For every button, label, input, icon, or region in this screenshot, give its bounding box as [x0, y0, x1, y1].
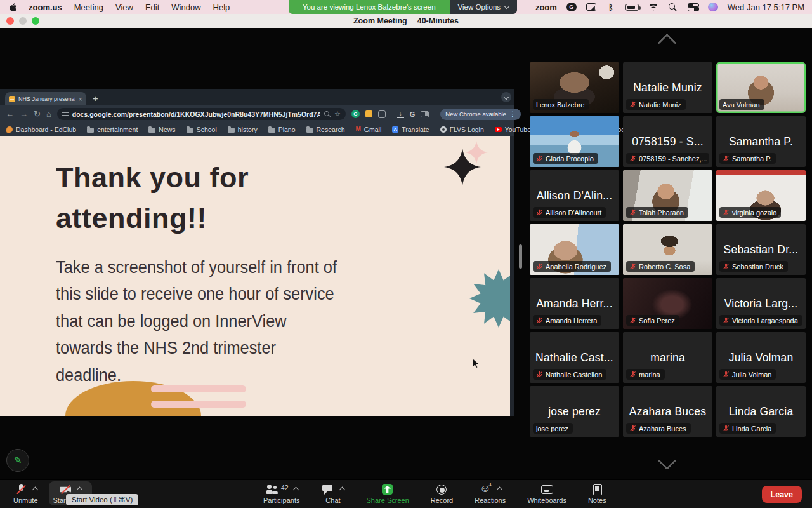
participant-tile[interactable]: Victoria Larg... Victoria Largaespada [716, 278, 806, 329]
bookmark-item[interactable]: YouTube [495, 126, 531, 133]
grammarly-extension-icon[interactable] [351, 110, 360, 118]
participant-name-badge: 0758159 - Sanchez,... [626, 153, 709, 164]
participant-tile[interactable]: Ava Volman [716, 62, 806, 113]
spotlight-search-icon[interactable] [668, 3, 678, 11]
site-settings-icon[interactable] [62, 112, 69, 117]
menu-item[interactable]: Edit [145, 3, 159, 12]
battery-icon[interactable] [625, 4, 639, 11]
tab-search-chevron-icon[interactable] [501, 92, 511, 102]
menu-caret-icon[interactable] [77, 487, 83, 493]
bluetooth-icon[interactable] [606, 1, 616, 13]
bookmark-item[interactable]: School [187, 126, 217, 133]
menu-caret-icon[interactable] [292, 487, 299, 493]
bookmark-item[interactable]: history [228, 126, 258, 133]
participant-tile[interactable]: Natalie Muniz Natalie Muniz [623, 62, 712, 113]
side-panel-icon[interactable] [421, 111, 429, 117]
close-tab-icon[interactable] [79, 96, 82, 102]
g-circle-icon[interactable] [566, 3, 577, 11]
fullscreen-window-button[interactable] [32, 17, 39, 25]
participant-tile[interactable]: Lenox Balzebre [530, 62, 619, 113]
view-options-button[interactable]: View Options [450, 0, 518, 14]
chat-button[interactable]: Chat [317, 481, 349, 505]
screen-recording-icon[interactable] [586, 3, 596, 11]
participant-name-label: Anabella Rodriguez [546, 263, 606, 271]
siri-icon[interactable] [708, 3, 718, 11]
participant-tile[interactable]: Linda Garcia Linda Garcia [716, 386, 806, 437]
viewing-screen-banner: You are viewing Lenox Balzebre's screen [289, 0, 450, 14]
participant-tile[interactable]: virginia gozalo [716, 170, 806, 221]
new-tab-button[interactable] [93, 93, 98, 104]
new-chrome-available-button[interactable]: New Chrome available [440, 109, 521, 120]
participant-tile[interactable]: Azahara Buces Azahara Buces [623, 386, 712, 437]
back-button[interactable] [6, 110, 14, 118]
whiteboards-button[interactable]: Whiteboards [523, 481, 571, 505]
share-scrollbar-thumb[interactable] [519, 244, 522, 269]
participant-tile[interactable]: Roberto C. Sosa [623, 224, 712, 275]
bookmark-item[interactable]: entertainment [87, 126, 138, 133]
browser-tab[interactable]: NHS January presenation - G [5, 92, 86, 105]
notes-button[interactable]: Notes [584, 481, 611, 505]
menu-bar-clock[interactable]: Wed Jan 17 5:17 PM [728, 3, 804, 12]
menu-item[interactable]: View [115, 3, 133, 12]
menu-caret-icon[interactable] [339, 487, 346, 493]
participant-tile[interactable]: 0758159 - S... 0758159 - Sanchez,... [623, 116, 712, 167]
app-menu-title[interactable]: zoom.us [29, 3, 62, 12]
bookmark-item[interactable]: Dashboard - EdClub [6, 126, 76, 133]
record-button[interactable]: Record [426, 481, 457, 505]
zoom-status-label[interactable]: zoom [535, 3, 557, 12]
menu-item[interactable]: Window [171, 3, 200, 12]
bookmark-item[interactable]: Research [306, 126, 345, 133]
bookmark-item[interactable]: Gmail [355, 126, 381, 133]
bookmark-item[interactable]: FLVS Login [440, 126, 484, 133]
teal-starburst-shape [469, 268, 510, 329]
reactions-button[interactable]: Reactions [470, 481, 510, 505]
forward-button[interactable] [20, 110, 28, 118]
google-g-icon[interactable] [410, 110, 416, 118]
close-window-button[interactable] [6, 17, 14, 25]
unmute-button[interactable]: Unmute [9, 481, 43, 505]
screen-share-banner: You are viewing Lenox Balzebre's screen … [289, 0, 517, 14]
address-bar[interactable]: docs.google.com/presentation/d/1KKOGXJub… [57, 108, 346, 120]
participant-tile[interactable]: marina marina [623, 332, 712, 383]
participant-tile[interactable]: Allison D'Alin... Allison D'Alincourt [530, 170, 619, 221]
annotation-pencil-button[interactable] [6, 449, 29, 472]
bookmark-label: School [197, 126, 217, 133]
participant-tile[interactable]: Julia Volman Julia Volman [716, 332, 806, 383]
bookmark-item[interactable]: News [148, 126, 175, 133]
participant-tile[interactable]: Sofia Perez [623, 278, 712, 329]
minimize-window-button[interactable] [19, 17, 27, 25]
participant-tile[interactable]: Talah Pharaon [623, 170, 712, 221]
participant-tile[interactable]: Nathalie Cast... Nathalie Castellon [530, 332, 619, 383]
participants-scroll-up-chevron[interactable] [659, 33, 677, 42]
participant-name-badge: Lenox Balzebre [533, 99, 589, 110]
menu-item[interactable]: Help [213, 3, 230, 12]
menu-caret-icon[interactable] [32, 487, 38, 493]
menu-caret-icon[interactable] [497, 487, 503, 493]
participant-name-label: Roberto C. Sosa [639, 263, 690, 271]
participant-tile[interactable]: Anabella Rodriguez [530, 224, 619, 275]
participant-tile[interactable]: jose perez jose perez [530, 386, 619, 437]
menu-item[interactable]: Meeting [74, 3, 103, 12]
participant-tile[interactable]: Giada Procopio [530, 116, 619, 167]
bookmark-star-icon[interactable] [334, 110, 341, 117]
leave-button[interactable]: Leave [762, 486, 802, 503]
participant-tile[interactable]: Sebastian Dr... Sebastian Druck [716, 224, 806, 275]
bookmark-item[interactable]: Translate [392, 126, 429, 133]
participant-tile[interactable]: Samantha P. Samantha P. [716, 116, 806, 167]
kebab-menu-icon[interactable] [509, 110, 516, 117]
reload-button[interactable] [34, 110, 41, 118]
downloads-icon[interactable] [397, 110, 404, 118]
apple-menu-icon[interactable] [9, 3, 17, 12]
bookmark-item[interactable]: Piano [268, 126, 296, 133]
wifi-icon[interactable] [648, 3, 658, 11]
extension-icon[interactable] [378, 110, 386, 118]
participants-scroll-down-chevron[interactable] [659, 457, 677, 466]
yellow-extension-icon[interactable] [365, 110, 372, 117]
home-button[interactable] [46, 110, 51, 118]
participant-tile[interactable]: Amanda Herr... Amanda Herrera [530, 278, 619, 329]
share-screen-button[interactable]: Share Screen [362, 481, 413, 505]
toolbar-button-icon [435, 483, 449, 496]
search-icon[interactable] [324, 111, 331, 117]
control-center-icon[interactable] [688, 3, 698, 11]
participants-button[interactable]: 42 Participants [259, 481, 304, 505]
